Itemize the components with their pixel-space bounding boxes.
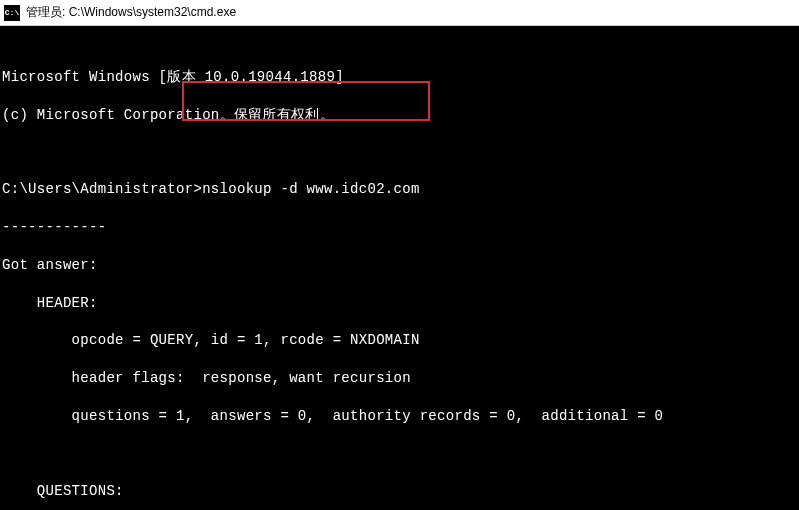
output-line: ------------	[2, 218, 797, 237]
output-line	[2, 445, 797, 463]
output-line: questions = 1, answers = 0, authority re…	[2, 407, 797, 426]
titlebar-text: 管理员: C:\Windows\system32\cmd.exe	[26, 4, 236, 21]
titlebar: C:\ 管理员: C:\Windows\system32\cmd.exe	[0, 0, 799, 26]
output-line: Got answer:	[2, 256, 797, 275]
output-line: HEADER:	[2, 294, 797, 313]
output-line: QUESTIONS:	[2, 482, 797, 501]
output-line: Microsoft Windows [版本 10.0.19044.1889]	[2, 68, 797, 87]
output-line: (c) Microsoft Corporation。保留所有权利。	[2, 106, 797, 125]
command-text: nslookup -d www.idc02.com	[202, 181, 420, 197]
terminal-output[interactable]: Microsoft Windows [版本 10.0.19044.1889] (…	[0, 26, 799, 510]
output-line: opcode = QUERY, id = 1, rcode = NXDOMAIN	[2, 331, 797, 350]
output-line	[2, 143, 797, 161]
cmd-icon-label: C:\	[5, 8, 19, 17]
prompt-line: C:\Users\Administrator>nslookup -d www.i…	[2, 180, 797, 199]
output-line: header flags: response, want recursion	[2, 369, 797, 388]
cmd-icon: C:\	[4, 5, 20, 21]
prompt: C:\Users\Administrator>	[2, 181, 202, 197]
